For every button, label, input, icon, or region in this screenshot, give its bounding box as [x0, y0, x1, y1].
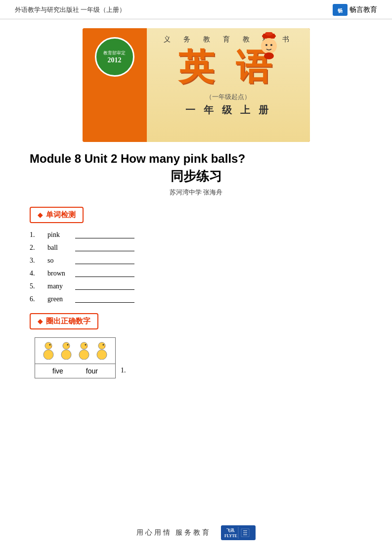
section1-header: ◆ 单词检测	[30, 207, 84, 223]
choice-table-1: five four	[35, 337, 116, 378]
footer-logo: 飞讯 FLYTE	[221, 525, 256, 540]
svg-point-10	[44, 350, 53, 360]
vocab-list: 1. pink 2. ball 3. so 4. brown 5. many 6…	[30, 231, 362, 303]
cover-mascot-icon	[258, 32, 280, 59]
svg-point-16	[79, 350, 89, 360]
main-content: Module 8 Unit 2 How many pink balls? 同步练…	[0, 147, 392, 388]
svg-point-9	[45, 342, 52, 349]
svg-point-17	[85, 344, 87, 346]
cover-grade-title: 一 年 级 上 册	[185, 103, 271, 117]
vocab-num-4: 4.	[30, 270, 44, 278]
vocab-word-4: brown	[47, 270, 72, 278]
cover-left-panel: 教育部审定 2012	[83, 28, 147, 142]
textbook-cover: 教育部审定 2012 义 务 教 育 教 科 书 英 语	[83, 28, 310, 142]
vocab-item-2: 2. ball	[30, 244, 362, 252]
footer-slogan: 用心用情 服务教育	[136, 528, 212, 537]
duck-3	[77, 342, 91, 360]
page-footer: 用心用情 服务教育 飞讯 FLYTE	[0, 525, 392, 540]
vocab-num-3: 3.	[30, 257, 44, 265]
svg-point-15	[81, 342, 87, 349]
vocab-line-5	[75, 283, 134, 290]
vocab-word-5: many	[47, 282, 72, 290]
changyanjy-text: 畅言教育	[349, 5, 377, 14]
exercise-item-1: five four 1.	[35, 337, 362, 378]
section2-diamond: ◆	[38, 317, 43, 325]
duck-1	[41, 342, 56, 360]
vocab-num-5: 5.	[30, 282, 44, 290]
vocab-line-1	[75, 231, 134, 238]
vocab-word-3: so	[47, 257, 72, 265]
vocab-line-4	[75, 270, 134, 277]
section1-title: 单词检测	[46, 210, 76, 220]
choice-four: four	[86, 367, 98, 375]
approval-year: 2012	[108, 56, 122, 64]
author-line: 苏河湾中学 张海舟	[30, 188, 362, 197]
page-header: 外语教学与研究出版社 一年级（上册） 畅 畅言教育	[0, 0, 392, 19]
duck-2	[59, 342, 74, 360]
vocab-word-6: green	[47, 295, 72, 303]
flyte-logo-icon: 飞讯 FLYTE	[221, 526, 255, 540]
vocab-item-3: 3. so	[30, 257, 362, 265]
exercise-num-1: 1.	[121, 367, 126, 378]
vocab-num-6: 6.	[30, 295, 44, 303]
vocab-word-2: ball	[47, 244, 72, 252]
duck-images-row	[35, 338, 115, 364]
publisher-label: 外语教学与研究出版社 一年级（上册）	[15, 5, 126, 14]
module-title: Module 8 Unit 2 How many pink balls?	[30, 152, 362, 166]
changyanjy-logo-icon: 畅	[333, 4, 348, 16]
exercise-title: 同步练习	[30, 168, 362, 185]
changyanjy-logo: 畅 畅言教育	[333, 4, 377, 16]
vocab-num-2: 2.	[30, 244, 44, 252]
svg-point-12	[63, 342, 70, 349]
section1-diamond: ◆	[38, 211, 43, 219]
svg-text:FLYTE: FLYTE	[224, 534, 237, 538]
vocab-num-1: 1.	[30, 231, 44, 239]
choice-five: five	[52, 367, 63, 375]
svg-point-14	[67, 344, 69, 346]
vocab-line-6	[75, 296, 134, 303]
cover-grade-label: （一年级起点）	[206, 92, 251, 101]
vocab-line-2	[75, 244, 134, 251]
svg-point-8	[264, 52, 274, 59]
approval-line1: 教育部审定	[103, 50, 126, 56]
duck-4	[94, 342, 109, 360]
svg-point-19	[97, 350, 107, 360]
vocab-line-3	[75, 257, 134, 264]
svg-text:畅: 畅	[338, 8, 343, 13]
svg-point-7	[270, 44, 272, 46]
vocab-item-6: 6. green	[30, 295, 362, 303]
svg-point-5	[261, 38, 277, 54]
cover-right-panel: 义 务 教 育 教 科 书 英 语 （一年级起点） 一 年 级 上 册	[147, 28, 310, 142]
approval-badge: 教育部审定 2012	[95, 37, 134, 77]
svg-point-18	[98, 342, 105, 349]
vocab-item-5: 5. many	[30, 282, 362, 290]
svg-text:飞讯: 飞讯	[226, 528, 235, 533]
choice-text-row: five four	[35, 364, 115, 378]
vocab-word-1: pink	[47, 231, 72, 239]
svg-point-20	[103, 344, 104, 346]
section2-title: 圈出正确数字	[46, 317, 90, 326]
svg-point-6	[265, 44, 267, 46]
vocab-item-4: 4. brown	[30, 270, 362, 278]
svg-point-13	[61, 350, 71, 360]
section2-header: ◆ 圈出正确数字	[30, 313, 98, 329]
vocab-item-1: 1. pink	[30, 231, 362, 239]
svg-point-11	[49, 344, 51, 346]
